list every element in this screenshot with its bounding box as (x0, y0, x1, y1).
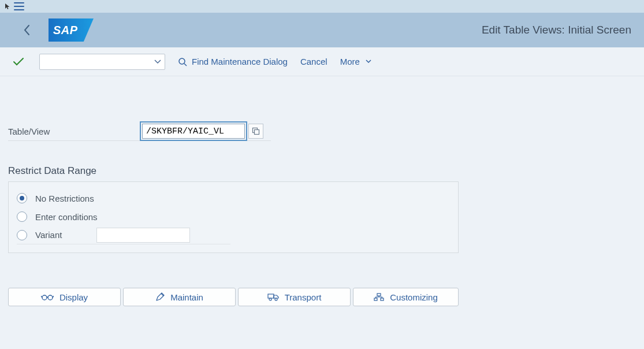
svg-rect-11 (374, 298, 377, 300)
display-label: Display (59, 292, 88, 302)
transport-button[interactable]: Transport (238, 288, 351, 306)
find-maintenance-button[interactable]: Find Maintenance Dialog (178, 57, 288, 66)
display-button[interactable]: Display (8, 288, 121, 306)
action-buttons: Display Maintain Transport Customizing (8, 288, 636, 306)
maintain-label: Maintain (170, 292, 203, 302)
radio-icon (17, 211, 27, 222)
chevron-down-icon (366, 60, 371, 64)
radio-label: No Restrictions (35, 194, 94, 203)
value-help-icon (252, 127, 260, 135)
radio-enter-conditions[interactable]: Enter conditions (17, 207, 450, 226)
customizing-button[interactable]: Customizing (353, 288, 459, 306)
menu-icon[interactable] (14, 2, 24, 10)
customizing-label: Customizing (390, 292, 438, 302)
radio-variant[interactable]: Variant (17, 226, 230, 244)
svg-point-4 (42, 295, 47, 300)
search-icon (178, 57, 187, 66)
app-header: SAP Edit Table Views: Initial Screen (0, 13, 644, 47)
restrict-group: No Restrictions Enter conditions Variant (8, 181, 459, 253)
table-view-input-group (141, 122, 246, 140)
svg-rect-7 (268, 294, 274, 298)
hierarchy-icon (374, 293, 384, 301)
radio-no-restrictions[interactable]: No Restrictions (17, 189, 450, 207)
svg-point-9 (275, 298, 277, 300)
svg-point-8 (269, 298, 271, 300)
more-button[interactable]: More (340, 57, 371, 66)
truck-icon (267, 293, 279, 301)
toolbar: Find Maintenance Dialog Cancel More (0, 47, 644, 76)
command-field[interactable] (39, 54, 165, 70)
window-top-strip (0, 0, 644, 13)
back-button[interactable] (23, 24, 31, 36)
svg-rect-10 (377, 294, 381, 296)
transport-label: Transport (285, 292, 322, 302)
value-help-button[interactable] (248, 124, 263, 139)
find-maintenance-label: Find Maintenance Dialog (192, 57, 288, 66)
svg-line-1 (184, 64, 187, 66)
radio-label: Enter conditions (35, 212, 98, 222)
more-label: More (340, 57, 360, 66)
cancel-button[interactable]: Cancel (300, 57, 327, 66)
page-title: Edit Table Views: Initial Screen (482, 24, 631, 36)
table-view-input[interactable] (142, 124, 245, 139)
glasses-icon (41, 294, 54, 300)
pencil-icon (155, 292, 165, 302)
cursor-icon (5, 3, 10, 10)
sap-logo: SAP (49, 18, 94, 42)
restrict-group-title: Restrict Data Range (8, 165, 636, 177)
radio-icon (17, 193, 27, 203)
svg-rect-12 (381, 298, 384, 300)
table-view-row: Table/View (8, 122, 271, 141)
svg-point-5 (48, 295, 53, 300)
content-area: Table/View Restrict Data Range No Restri… (0, 76, 644, 306)
accept-button[interactable] (10, 57, 27, 67)
maintain-button[interactable]: Maintain (123, 288, 236, 306)
table-view-label: Table/View (8, 127, 141, 136)
chevron-down-icon (154, 60, 161, 64)
svg-point-0 (179, 58, 185, 64)
svg-rect-3 (255, 130, 259, 135)
variant-input[interactable] (96, 228, 190, 243)
radio-label: Variant (35, 230, 62, 240)
cancel-label: Cancel (300, 57, 327, 66)
radio-icon (17, 230, 27, 240)
